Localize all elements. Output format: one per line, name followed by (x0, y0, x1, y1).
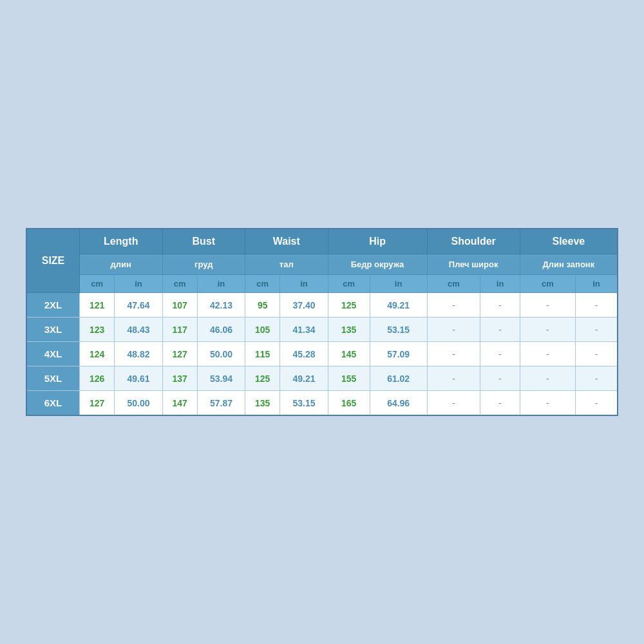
table-cell: - (520, 366, 575, 391)
table-cell: 105 (245, 317, 280, 342)
table-cell: - (480, 366, 520, 391)
col-header2-sleeve: Длин запонк (520, 254, 618, 275)
col-header2-waist: тал (245, 254, 328, 275)
table-cell: 37.40 (280, 293, 328, 317)
table-cell: 6XL (26, 391, 80, 416)
table-cell: 127 (162, 342, 197, 366)
table-cell: 50.00 (115, 391, 162, 416)
table-cell: 42.13 (197, 293, 245, 317)
table-cell: 135 (245, 391, 280, 416)
table-cell: 126 (80, 366, 115, 391)
table-cell: 3XL (26, 317, 80, 342)
table-cell: - (575, 366, 618, 391)
table-cell: - (480, 342, 520, 366)
table-cell: 57.87 (197, 391, 245, 416)
table-cell: 95 (245, 293, 280, 317)
table-cell: 145 (328, 342, 370, 366)
col-header-shoulder: Shoulder (427, 229, 520, 254)
size-chart-wrapper: SIZE Length Bust Waist Hip Shoulder Slee… (13, 215, 631, 429)
table-cell: - (480, 293, 520, 317)
table-cell: 49.21 (280, 366, 328, 391)
col-header-length: Length (80, 229, 163, 254)
table-row: 3XL12348.4311746.0610541.3413553.15---- (26, 317, 618, 342)
col-header2-bust: груд (162, 254, 245, 275)
table-row: 2XL12147.6410742.139537.4012549.21---- (26, 293, 618, 317)
unit-length-in: in (115, 275, 162, 293)
table-cell: 53.15 (280, 391, 328, 416)
table-cell: - (575, 391, 618, 416)
table-cell: - (520, 317, 575, 342)
table-cell: 117 (162, 317, 197, 342)
table-cell: 115 (245, 342, 280, 366)
unit-shoulder-cm: cm (427, 275, 480, 293)
col-header-waist: Waist (245, 229, 328, 254)
table-cell: - (520, 293, 575, 317)
header-row-1: SIZE Length Bust Waist Hip Shoulder Slee… (26, 229, 618, 254)
unit-hip-in: in (370, 275, 427, 293)
col-header-size: SIZE (26, 229, 80, 293)
unit-sleeve-cm: cm (520, 275, 575, 293)
col-header-sleeve: Sleeve (520, 229, 618, 254)
table-cell: - (520, 391, 575, 416)
unit-shoulder-in: in (480, 275, 520, 293)
unit-waist-cm: cm (245, 275, 280, 293)
table-cell: 2XL (26, 293, 80, 317)
table-cell: 45.28 (280, 342, 328, 366)
table-cell: - (480, 391, 520, 416)
table-cell: 125 (328, 293, 370, 317)
table-cell: - (427, 366, 480, 391)
table-cell: - (427, 293, 480, 317)
table-cell: - (520, 342, 575, 366)
table-cell: - (427, 391, 480, 416)
table-cell: 47.64 (115, 293, 162, 317)
table-body: 2XL12147.6410742.139537.4012549.21----3X… (26, 293, 618, 416)
table-cell: 127 (80, 391, 115, 416)
table-cell: 48.43 (115, 317, 162, 342)
unit-sleeve-in: in (575, 275, 618, 293)
table-cell: 4XL (26, 342, 80, 366)
table-cell: 165 (328, 391, 370, 416)
table-cell: 50.00 (197, 342, 245, 366)
table-row: 5XL12649.6113753.9412549.2115561.02---- (26, 366, 618, 391)
table-cell: 49.21 (370, 293, 427, 317)
table-cell: - (480, 317, 520, 342)
table-row: 6XL12750.0014757.8713553.1516564.96---- (26, 391, 618, 416)
table-cell: 49.61 (115, 366, 162, 391)
table-cell: 64.96 (370, 391, 427, 416)
unit-bust-cm: cm (162, 275, 197, 293)
header-row-2: длин груд тал Бедр окружа Плеч широк Дли… (26, 254, 618, 275)
table-cell: 53.94 (197, 366, 245, 391)
table-cell: 53.15 (370, 317, 427, 342)
table-cell: 135 (328, 317, 370, 342)
table-cell: 107 (162, 293, 197, 317)
table-cell: 61.02 (370, 366, 427, 391)
col-header2-length: длин (80, 254, 163, 275)
table-cell: 57.09 (370, 342, 427, 366)
unit-length-cm: cm (80, 275, 115, 293)
table-cell: 125 (245, 366, 280, 391)
header-row-3: cm in cm in cm in cm in cm in cm in (26, 275, 618, 293)
col-header2-hip: Бедр окружа (328, 254, 427, 275)
unit-hip-cm: cm (328, 275, 370, 293)
table-cell: - (575, 293, 618, 317)
table-cell: - (427, 342, 480, 366)
table-cell: 46.06 (197, 317, 245, 342)
size-chart-table: SIZE Length Bust Waist Hip Shoulder Slee… (26, 228, 618, 416)
col-header-hip: Hip (328, 229, 427, 254)
table-cell: 155 (328, 366, 370, 391)
unit-waist-in: in (280, 275, 328, 293)
table-cell: - (575, 317, 618, 342)
table-cell: 5XL (26, 366, 80, 391)
col-header-bust: Bust (162, 229, 245, 254)
table-cell: 48.82 (115, 342, 162, 366)
table-cell: - (575, 342, 618, 366)
table-cell: 41.34 (280, 317, 328, 342)
table-cell: 137 (162, 366, 197, 391)
table-cell: - (427, 317, 480, 342)
table-row: 4XL12448.8212750.0011545.2814557.09---- (26, 342, 618, 366)
unit-bust-in: in (197, 275, 245, 293)
col-header2-shoulder: Плеч широк (427, 254, 520, 275)
table-cell: 121 (80, 293, 115, 317)
table-cell: 124 (80, 342, 115, 366)
table-cell: 147 (162, 391, 197, 416)
